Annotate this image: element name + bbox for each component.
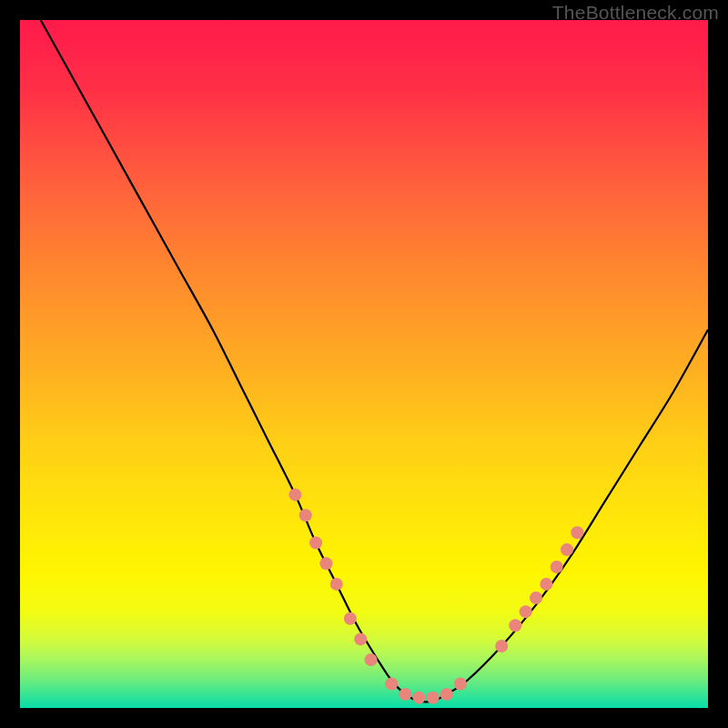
- highlight-dot: [520, 605, 532, 618]
- watermark-text: TheBottleneck.com: [552, 2, 719, 24]
- highlight-dot: [299, 509, 312, 521]
- highlight-dot: [540, 578, 552, 591]
- chart-frame: TheBottleneck.com: [0, 0, 728, 728]
- highlight-dots: [288, 489, 583, 704]
- highlight-dot: [385, 678, 398, 691]
- highlight-dot: [288, 489, 301, 501]
- highlight-dot: [530, 592, 542, 604]
- bottleneck-curve: [41, 20, 708, 702]
- highlight-dot: [427, 692, 440, 704]
- highlight-dot: [412, 692, 425, 704]
- highlight-dot: [551, 561, 563, 573]
- plot-area: [20, 20, 708, 708]
- highlight-dot: [330, 578, 343, 591]
- highlight-dot: [399, 688, 411, 701]
- highlight-dot: [561, 543, 573, 556]
- highlight-dot: [365, 653, 378, 666]
- curve-layer: [20, 20, 708, 708]
- highlight-dot: [454, 678, 467, 691]
- highlight-dot: [495, 640, 508, 652]
- highlight-dot: [509, 619, 521, 632]
- highlight-dot: [344, 612, 357, 625]
- highlight-dot: [440, 688, 453, 701]
- highlight-dot: [571, 526, 583, 539]
- highlight-dot: [354, 632, 367, 645]
- highlight-dot: [309, 537, 322, 550]
- highlight-dot: [319, 557, 332, 570]
